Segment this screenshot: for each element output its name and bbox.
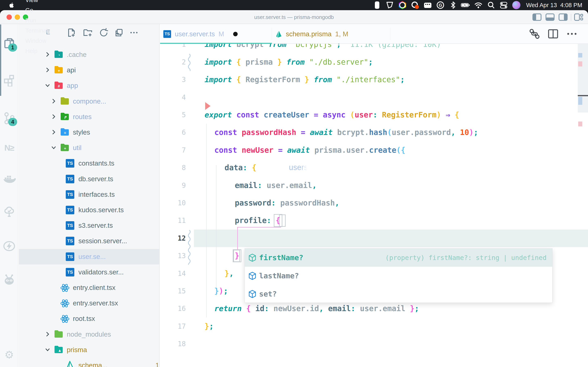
menu-item-terminal[interactable]: Terminal (20, 25, 55, 36)
sidebar-item-source-control[interactable]: 4 (0, 108, 18, 128)
folder-icon (60, 97, 69, 106)
tab-file-icon: TS (163, 30, 171, 38)
tree-item-entry-client-tsx[interactable]: entry.client.tsx (19, 280, 160, 295)
tree-item-node-modules[interactable]: node_modules (19, 327, 160, 342)
tree-item-interfaces-ts[interactable]: TSinterfaces.ts (19, 187, 160, 202)
refresh-icon[interactable] (99, 28, 109, 38)
react-file-icon (60, 299, 70, 308)
chevron-down-icon[interactable] (51, 145, 57, 151)
sidebar-item-test-tree[interactable] (0, 202, 18, 222)
chevron-down-icon[interactable] (44, 347, 51, 354)
toggle-secondary-sidebar-icon[interactable] (559, 13, 568, 21)
sidebar-item-docker[interactable] (0, 169, 18, 189)
tree-item-s3-server-ts[interactable]: TSs3.server.ts (19, 218, 160, 233)
sidebar-item-thunder-client[interactable] (0, 236, 18, 256)
suggest-item-firstName[interactable]: firstName?(property) firstName?: string … (245, 249, 552, 267)
more-actions-icon[interactable] (566, 28, 577, 40)
bluetooth-icon[interactable] (448, 1, 458, 9)
code-line-14: }, (225, 265, 234, 282)
new-folder-icon[interactable] (83, 28, 93, 38)
typescript-file-icon: TS (66, 221, 74, 230)
menu-item-run[interactable]: Run (20, 15, 55, 25)
apple-menu-icon[interactable] (8, 2, 15, 8)
tree-item-styles[interactable]: ≡styles (19, 125, 160, 140)
control-center-icon[interactable] (499, 1, 509, 9)
tree-item-label: prisma (67, 342, 87, 358)
tree-item-compone-[interactable]: compone... (19, 94, 160, 109)
display-mirror-icon[interactable] (372, 1, 382, 9)
menu-clock[interactable]: Wed Apr 13 4:08 PM (526, 2, 582, 8)
tree-item-prisma[interactable]: ▲prisma (19, 342, 160, 358)
collapse-folders-icon[interactable] (114, 28, 124, 38)
svg-text:G: G (439, 3, 442, 8)
shape-icon[interactable] (385, 1, 395, 9)
battery-icon[interactable] (461, 1, 471, 9)
tree-item-constants-ts[interactable]: TSconstants.ts (19, 156, 160, 171)
editor-group[interactable]: 123456789101112131415161718 import bcryp… (160, 24, 588, 367)
menu-item-go[interactable]: Go (20, 5, 55, 15)
overview-ruler[interactable] (578, 37, 588, 113)
tree-item-root-tsx[interactable]: root.tsx (19, 311, 160, 326)
typescript-file-icon: TS (66, 237, 74, 245)
menu-item-window[interactable]: Window (20, 36, 55, 46)
menu-item-help[interactable]: Help (20, 46, 55, 56)
tree-item-entry-server-tsx[interactable]: entry.server.tsx (19, 295, 160, 311)
tab-schema-prisma[interactable]: schema.prisma1, M (272, 24, 390, 44)
suggest-item-set[interactable]: set? (245, 285, 552, 303)
chevron-right-icon[interactable] (51, 129, 57, 136)
record-dot-icon[interactable] (410, 1, 420, 9)
dirty-indicator-dot[interactable] (233, 32, 238, 36)
split-editor-icon[interactable] (548, 28, 559, 40)
menu-item-view[interactable]: View (20, 0, 55, 5)
sidebar-item-extensions[interactable] (0, 71, 18, 90)
tree-item-kudos-server-ts[interactable]: TSkudos.server.ts (19, 202, 160, 218)
chevron-right-icon[interactable] (51, 98, 57, 105)
customize-layout-icon[interactable] (574, 13, 583, 21)
line-number: 16 (162, 300, 186, 317)
chevron-right-icon[interactable] (44, 331, 51, 338)
tree-item-util[interactable]: +util (19, 140, 160, 156)
siri-icon[interactable] (511, 1, 521, 9)
keyboard-icon[interactable] (423, 1, 433, 9)
suggest-widget[interactable]: firstName?(property) firstName?: string … (245, 248, 553, 303)
sidebar-item-nx-console[interactable]: N≥ (0, 138, 18, 158)
overview-mark (578, 61, 582, 67)
suggest-item-label: set? (259, 290, 277, 298)
tree-item-db-server-ts[interactable]: TSdb.server.ts (19, 171, 160, 187)
tree-item-session-server-[interactable]: TSsession.server... (19, 233, 160, 249)
overview-mark (578, 122, 582, 126)
new-file-icon[interactable] (67, 28, 76, 38)
tree-item-user-se-[interactable]: TSuser.se...M (19, 249, 160, 264)
g-circle-icon[interactable]: G (435, 1, 445, 9)
tree-item-validators-ser-[interactable]: TSvalidators.ser... (19, 264, 160, 280)
tree-item-routes[interactable]: ↱routes (19, 109, 160, 125)
wifi-icon[interactable] (474, 1, 483, 9)
suggest-item-detail: (property) firstName?: string | undefine… (385, 254, 546, 262)
sidebar-item-robot[interactable] (0, 270, 18, 290)
power-hex-icon[interactable] (398, 1, 407, 9)
line-number: 7 (162, 142, 186, 159)
more-actions-icon[interactable] (130, 28, 138, 38)
react-file-icon (60, 283, 70, 292)
line-number: 14 (162, 265, 186, 282)
folder-icon: + (60, 143, 69, 152)
tree-item-schema-[interactable]: schema...1, M (19, 358, 160, 367)
modified-lines-marker (188, 54, 191, 71)
title-bar[interactable]: user.server.ts — prisma-mongodb (0, 10, 588, 24)
chevron-right-icon[interactable] (44, 67, 51, 74)
suggest-item-lastName[interactable]: lastName? (245, 267, 552, 285)
tree-item-api[interactable]: +api (19, 62, 160, 78)
sidebar-item-settings-gear[interactable]: ⚙ (0, 345, 18, 365)
bracket-pair-guide-vertical (237, 227, 238, 250)
code-line-13: } (235, 247, 239, 265)
code-line-8: data: { (225, 159, 256, 176)
open-changes-icon[interactable] (529, 28, 540, 40)
tree-item-app[interactable]: #app (19, 78, 160, 93)
chevron-down-icon[interactable] (44, 82, 51, 89)
toggle-panel-icon[interactable] (545, 13, 554, 21)
toggle-primary-sidebar-icon[interactable] (532, 13, 541, 21)
spotlight-icon[interactable] (486, 1, 496, 9)
folder-emblem: ≡ (64, 131, 66, 135)
tab-user-server-ts[interactable]: TSuser.server.tsM (160, 24, 272, 44)
chevron-right-icon[interactable] (51, 114, 57, 120)
